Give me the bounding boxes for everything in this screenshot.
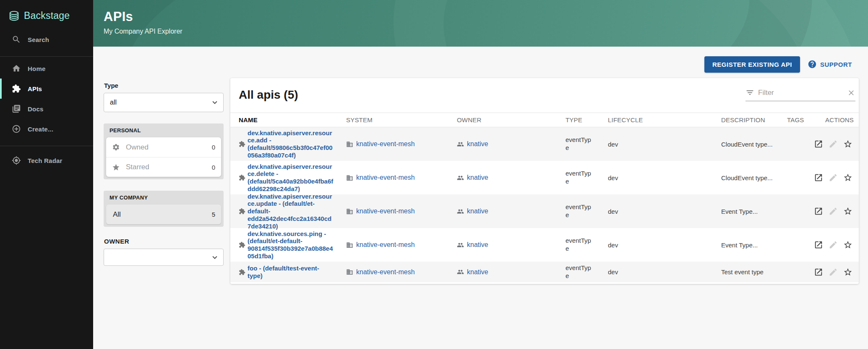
backstage-logo[interactable]: Backstage [8,6,70,25]
star-border-icon[interactable] [842,138,854,150]
chevron-down-icon [210,253,219,262]
system-link[interactable]: knative-event-mesh [346,174,415,181]
column-header-owner[interactable]: OWNER [457,113,482,127]
lifecycle-cell: dev [608,161,618,194]
column-header-lifecycle[interactable]: LIFECYCLE [608,113,643,127]
support-button[interactable]: SUPPORT [808,60,852,69]
system-link-label: knative-event-mesh [356,140,415,148]
filters-panel: Type all PERSONAL Owned 0 Starred 0 [104,82,224,266]
sidebar-item-tech-radar[interactable]: Tech Radar [0,150,93,171]
api-name-link[interactable]: dev.knative.apiserver.resource.delete - … [248,163,334,193]
name-cell: dev.knative.apiserver.resource.delete - … [239,161,334,194]
owner-filter-label: OWNER [104,238,224,245]
puzzle-icon [12,84,21,93]
lifecycle-cell: dev [608,228,618,262]
column-header-description[interactable]: DESCRIPTION [721,113,765,127]
star-border-icon[interactable] [842,205,854,218]
search-icon [12,35,21,44]
owner-link[interactable]: knative [457,241,488,249]
register-existing-api-button[interactable]: REGISTER EXISTING API [704,56,800,73]
owner-link[interactable]: knative [457,207,488,215]
table-title: All apis (5) [239,88,298,102]
api-name-link[interactable]: dev.knative.sources.ping - (default/et-d… [248,230,334,260]
table-row: dev.knative.apiserver.resource.delete - … [230,161,859,194]
column-header-name[interactable]: NAME [239,113,258,127]
system-link[interactable]: knative-event-mesh [346,140,415,148]
filter-item-label: All [112,210,212,219]
table-body: dev.knative.apiserver.resource.add - (de… [230,127,859,282]
group-icon [457,268,464,276]
edit-icon[interactable] [827,138,839,150]
owner-cell: knative [457,194,488,228]
owner-link-label: knative [467,140,488,148]
view-api-button[interactable] [812,205,825,218]
filter-item-label: Starred [126,163,212,171]
star-border-icon[interactable] [842,239,854,251]
actions-cell [812,194,854,228]
view-api-button[interactable] [812,239,825,251]
edit-icon[interactable] [827,171,839,184]
edit-icon[interactable] [827,205,839,218]
sidebar-item-create[interactable]: Create... [0,119,93,139]
group-icon [457,241,464,249]
page-header: APIs My Company API Explorer [93,0,868,47]
docs-icon [12,104,21,113]
system-link[interactable]: knative-event-mesh [346,207,415,215]
system-link[interactable]: knative-event-mesh [346,268,415,276]
sidebar-item-home[interactable]: Home [0,58,93,79]
api-name-link[interactable]: foo - (default/test-event-type) [248,265,334,279]
column-header-actions: ACTIONS [825,113,854,127]
star-border-icon[interactable] [842,266,854,278]
app-root: Backstage Search Home APIs Docs Create..… [0,0,868,349]
sidebar: Backstage Search Home APIs Docs Create..… [0,0,93,349]
actions-cell [812,127,854,161]
add-circle-icon [12,124,21,134]
gear-icon [112,143,120,151]
sidebar-item-search[interactable]: Search [0,29,93,50]
column-header-tags[interactable]: TAGS [787,113,804,127]
owner-link[interactable]: knative [457,268,488,276]
page-subtitle: My Company API Explorer [104,28,182,35]
domain-icon [346,141,353,148]
edit-icon[interactable] [827,239,839,251]
table-row: foo - (default/test-event-type) knative-… [230,262,859,282]
star-border-icon[interactable] [842,171,854,184]
column-header-type[interactable]: TYPE [566,113,582,127]
system-link[interactable]: knative-event-mesh [346,241,415,249]
owner-link[interactable]: knative [457,140,488,148]
clear-filter-icon[interactable] [847,89,855,97]
description-cell: Event Type... [721,228,785,262]
company-filter-group: MY COMPANY All 5 [104,191,224,227]
backstage-logo-text: Backstage [24,10,70,21]
column-header-system[interactable]: SYSTEM [346,113,373,127]
sidebar-divider [0,56,93,57]
domain-icon [346,208,353,215]
view-api-button[interactable] [812,171,825,184]
support-label: SUPPORT [820,61,852,68]
sidebar-item-apis[interactable]: APIs [0,79,93,99]
system-link-label: knative-event-mesh [356,174,415,181]
radar-icon [12,156,21,165]
name-cell: dev.knative.apiserver.resource.update - … [239,194,334,228]
view-api-button[interactable] [812,266,825,278]
type-filter-select[interactable]: all [104,93,224,112]
owner-filter-select[interactable] [104,249,224,266]
table-filter-input[interactable] [758,89,847,97]
domain-icon [346,174,353,181]
filter-item-starred[interactable]: Starred 0 [106,157,221,177]
api-name-link[interactable]: dev.knative.apiserver.resource.update - … [248,193,334,230]
sidebar-item-docs[interactable]: Docs [0,99,93,119]
table-row: dev.knative.apiserver.resource.add - (de… [230,127,859,161]
filter-item-owned[interactable]: Owned 0 [106,137,221,157]
personal-group-label: PERSONAL [109,127,221,134]
edit-icon[interactable] [827,266,839,278]
owner-cell: knative [457,127,488,161]
view-api-button[interactable] [812,138,825,150]
owner-link[interactable]: knative [457,174,488,181]
api-name-link[interactable]: dev.knative.apiserver.resource.add - (de… [248,129,334,159]
table-column-headers: NAME SYSTEM OWNER TYPE LIFECYCLE DESCRIP… [230,113,859,127]
filter-item-count: 0 [212,164,215,171]
filter-item-all[interactable]: All 5 [106,205,221,224]
filter-item-label: Owned [126,143,212,152]
api-kind-icon [239,174,245,181]
